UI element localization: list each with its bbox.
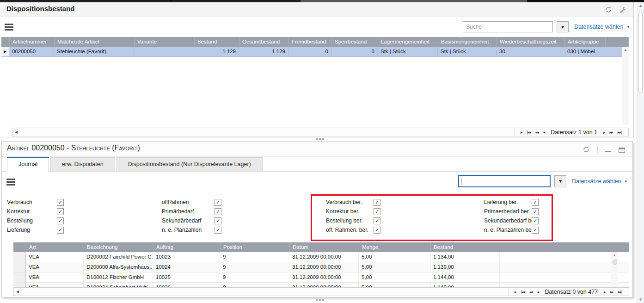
table-row[interactable]: VEAD100012 Fischer GmbH10025931.12.2009 … <box>13 272 629 283</box>
cell-bestand: 1.144,00 <box>430 272 500 282</box>
select-records-link[interactable]: Datensätze wählen <box>574 24 623 30</box>
menu-icon[interactable] <box>5 24 13 31</box>
column-header-menge[interactable]: Menge <box>359 242 431 252</box>
nav-lead-button[interactable]: ▸ <box>515 290 516 294</box>
checkbox-korrektur[interactable]: ✓ <box>57 208 64 215</box>
checkbox-lieferung-ber[interactable]: ✓ <box>532 199 539 206</box>
hscroll-left-icon[interactable]: ◀ <box>16 290 19 294</box>
header-filler-cell <box>500 242 629 252</box>
nav-fast-next-button[interactable]: ▸▸ <box>610 290 613 294</box>
search-filter-dropdown-icon[interactable]: ▼ <box>557 21 569 32</box>
column-header-basismengeneinheit[interactable]: Basismengeneinheit <box>438 37 497 47</box>
tab-erw-dispodaten[interactable]: erw. Dispodaten <box>50 157 115 171</box>
column-header-art[interactable]: Art <box>26 242 84 252</box>
table-vertical-scrollbar[interactable]: ▲ <box>622 47 629 124</box>
checkbox-primärbedarf[interactable]: ✓ <box>215 208 221 215</box>
cell-gesamtbestand: 1.129 <box>239 47 288 56</box>
minimize-icon[interactable] <box>605 151 611 152</box>
artikel-detail-panel: Artikel 00200050 - Stehleuchte (Favorit)… <box>1 141 633 297</box>
cell-bezeichnung: D100012 Fischer GmbH <box>84 272 153 282</box>
nav-prev-button[interactable]: ◂ <box>543 130 545 135</box>
refresh-icon[interactable] <box>605 6 612 13</box>
select-records-caret-icon[interactable]: ▾ <box>627 25 629 29</box>
panel-splitter[interactable] <box>316 138 324 140</box>
table-row[interactable]: ▶00200050Stehleuchte (Favorit)1.1291.129… <box>1 47 629 57</box>
cell-menge: 5,00 <box>359 272 430 282</box>
table-row[interactable]: VEAD200000 Alfa-Systemhaus...10024931.12… <box>13 262 629 272</box>
maximize-icon[interactable] <box>619 148 625 153</box>
column-header-bestand[interactable]: Bestand <box>195 37 239 47</box>
select-records-caret-icon[interactable]: ▾ <box>625 179 627 184</box>
nav-first-button[interactable]: |◂◂ <box>527 130 530 135</box>
select-records-link[interactable]: Datensätze wählen <box>572 178 621 185</box>
tab-journal[interactable]: Journal <box>7 157 49 172</box>
checkbox-lieferung[interactable]: ✓ <box>57 227 64 234</box>
filter-group-2: offRahmen✓Primärbedarf✓Sekundärbedarf✓n.… <box>162 198 221 235</box>
checkbox-primaerbedarf-ber[interactable]: ✓ <box>532 208 539 215</box>
panel-splitter[interactable] <box>316 299 324 301</box>
table-row[interactable]: VEAD200002 Fairchild Power C...10023931.… <box>13 252 629 262</box>
checkbox-korrektur-ber[interactable]: ✓ <box>374 208 380 215</box>
nav-fast-prev-button[interactable]: ◂◂ <box>535 130 539 135</box>
row-selector-cell[interactable] <box>13 252 26 262</box>
column-header-position[interactable]: Position <box>221 242 290 252</box>
checkbox-offrahmen[interactable]: ✓ <box>215 199 221 206</box>
cell-lagermengeneinheit: Stk | Stück <box>378 47 438 56</box>
column-header-artikelnummer[interactable]: Artikelnummer <box>10 37 55 47</box>
column-header-gesamtbestand[interactable]: Gesamtbestand <box>239 37 289 47</box>
column-header-auftrag[interactable]: Auftrag <box>153 242 221 252</box>
nav-fast-prev-button[interactable]: ◂◂ <box>529 290 533 294</box>
scroll-up-icon[interactable]: ▲ <box>637 2 644 9</box>
nav-prev-button[interactable]: ◂ <box>537 290 539 294</box>
scrollbar-thumb[interactable] <box>638 12 643 93</box>
checkbox-off-rahmen-ber[interactable]: ✓ <box>374 227 380 234</box>
column-header-bezeichnung[interactable]: Bezeichnung <box>84 242 153 252</box>
filter-label: Bestellung ber. <box>326 217 374 224</box>
column-header-datum[interactable]: Datum <box>290 242 359 252</box>
row-selector-cell[interactable] <box>13 262 26 272</box>
dispositionsbestand-panel: Dispositionsbestand ▼ Datensätze wählen … <box>0 2 634 137</box>
filter-row: off. Rahmen. ber.✓ <box>326 225 380 235</box>
checkbox-sekundärbedarf[interactable]: ✓ <box>215 217 221 224</box>
scroll-up-icon[interactable]: ▲ <box>622 47 629 53</box>
column-header-fremdbestand[interactable]: Fremdbestand <box>289 37 332 47</box>
column-header-artikelgruppe[interactable]: Artikelgruppe <box>565 37 606 47</box>
search-input-focused[interactable] <box>458 175 551 187</box>
column-header-wiederbeschaffungszeit[interactable]: Wiederbeschaffungszeit <box>497 37 565 47</box>
column-header-lagermengeneinheit[interactable]: Lagermengeneinheit <box>378 37 438 47</box>
nav-lead-button[interactable]: ▸ <box>521 130 522 135</box>
scroll-up-icon[interactable]: ▲ <box>611 252 618 258</box>
nav-next-button[interactable]: ▸ <box>604 290 606 294</box>
checkbox-bestellung-ber[interactable]: ✓ <box>374 217 380 224</box>
checkbox-n-e-planzahlen-ber[interactable]: ✓ <box>532 227 539 234</box>
nav-last-button[interactable]: ▸▸| <box>618 130 621 135</box>
nav-next-button[interactable]: ▸ <box>603 130 605 135</box>
menu-icon[interactable] <box>6 179 15 186</box>
search-input[interactable] <box>463 21 553 32</box>
wrench-icon[interactable] <box>619 6 627 13</box>
table-vertical-scrollbar[interactable]: ▲ <box>611 252 618 287</box>
hscroll-left-icon[interactable]: ◀ <box>15 130 18 134</box>
scrollbar-thumb[interactable] <box>613 260 617 265</box>
scroll-down-icon[interactable]: ▼ <box>637 296 644 303</box>
checkbox-n-e-planzahlen[interactable]: ✓ <box>215 227 221 234</box>
column-header-matchcode-artikel[interactable]: Matchcode Artikel <box>55 37 135 47</box>
column-header-sperrbestand[interactable]: Sperrbestand <box>332 37 378 47</box>
checkbox-bestellung[interactable]: ✓ <box>57 217 64 224</box>
nav-last-button[interactable]: ▸▸| <box>618 290 622 294</box>
nav-first-button[interactable]: |◂◂ <box>521 290 524 294</box>
checkbox-verbrauch[interactable]: ✓ <box>57 199 64 206</box>
refresh-icon[interactable] <box>583 146 590 153</box>
checkbox-verbrauch-ber[interactable]: ✓ <box>374 199 380 206</box>
search-filter-dropdown-icon[interactable]: ▼ <box>554 175 566 187</box>
column-header-bestand[interactable]: Bestand <box>431 242 500 252</box>
divider <box>597 146 598 153</box>
column-header-variante[interactable]: Variante <box>135 37 195 47</box>
page-scrollbar[interactable]: ▲ ▼ <box>637 2 644 303</box>
row-selector-cell[interactable] <box>13 272 26 282</box>
nav-fast-next-button[interactable]: ▸▸ <box>610 130 613 135</box>
panel-title: Artikel 00200050 - Stehleuchte (Favorit) <box>7 144 140 152</box>
checkbox-sekundaerbedarf-ber[interactable]: ✓ <box>532 217 539 224</box>
row-selector-cell[interactable]: ▶ <box>1 47 9 56</box>
tab-dispositionsbestand-nur-disporelevante-lager[interactable]: Dispositionsbestand (Nur Disporelevante … <box>117 157 263 171</box>
